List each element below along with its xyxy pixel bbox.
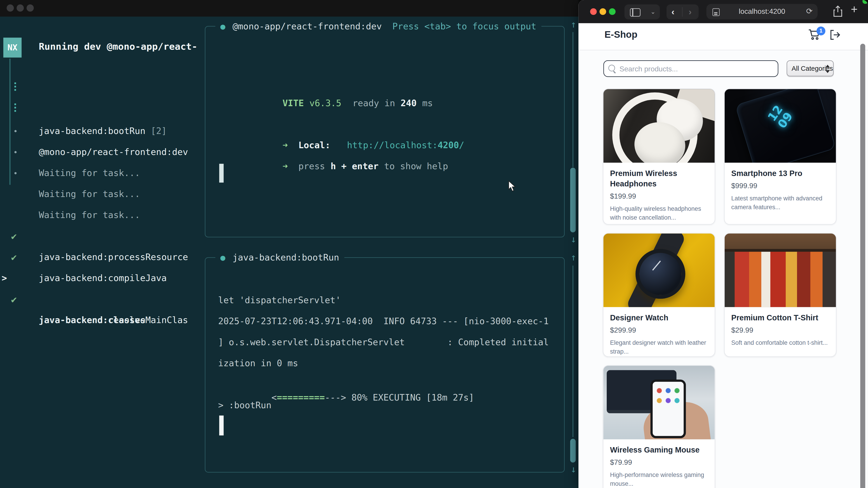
scrollbar-track[interactable]	[572, 266, 574, 437]
help-hint-line: ➜pressh + enterto show help	[229, 147, 448, 160]
product-info: Wireless Gaming Mouse$79.99High-performa…	[603, 439, 715, 488]
scrollbar-track[interactable]	[572, 32, 574, 167]
gradle-progress-line: <=========---> 80% EXECUTING [18m 27s]	[218, 378, 474, 391]
task-status-dot-icon: ●	[220, 20, 225, 34]
check-icon: ✔	[11, 289, 17, 310]
task-status-dot-icon: ●	[220, 251, 225, 265]
task-row: Waiting for task...	[0, 121, 43, 142]
task-row: ✔ java-backend:resolveMainClas	[0, 268, 43, 289]
product-grid: Premium Wireless Headphones$199.99High-q…	[603, 89, 836, 488]
minimize-icon[interactable]	[17, 4, 24, 12]
task-name: Waiting for task...	[39, 205, 140, 226]
product-image	[603, 233, 715, 307]
task-name: java-backend:resolveMainClas	[39, 310, 188, 331]
select-stepper-icon	[825, 65, 830, 73]
pane-title: java-backend:bootRun	[232, 251, 339, 265]
scroll-up-icon[interactable]: ↑	[568, 251, 579, 263]
chevron-down-icon: ⌄	[651, 9, 655, 14]
waiting-marker-icon	[14, 172, 17, 174]
product-info: Smartphone 13 Pro$999.99Latest smartphon…	[725, 163, 836, 217]
browser-window[interactable]: ⌄ ‹ › localhost:4200 ⟳ +	[579, 0, 868, 488]
search-row: All Categories	[579, 50, 868, 83]
share-icon[interactable]	[833, 5, 843, 17]
scrollbar-thumb[interactable]	[570, 439, 576, 462]
product-image-shape	[725, 252, 836, 307]
pane-header: ● java-backend:bootRun	[215, 251, 344, 265]
product-card[interactable]: Premium Cotton T-Shirt$29.99Soft and com…	[724, 233, 836, 357]
product-card[interactable]: 12 09Smartphone 13 Pro$999.99Latest smar…	[724, 89, 836, 225]
task-row: > ✔ java-backend:classes	[0, 247, 43, 268]
scroll-up-icon[interactable]: ↑	[568, 18, 579, 31]
category-select[interactable]: All Categories	[786, 60, 834, 76]
product-price: $79.99	[610, 458, 708, 466]
running-marker-icon	[14, 107, 16, 108]
terminal-cursor	[219, 164, 224, 183]
local-url-line: ➜Local:http://localhost:4200/	[229, 126, 464, 139]
shop-header: E-Shop 1	[579, 23, 868, 51]
pane-hint: Press <tab> to focus output	[393, 20, 536, 34]
product-info: Designer Watch$299.99Elegant designer wa…	[603, 307, 715, 357]
product-price: $199.99	[610, 192, 708, 200]
nav-buttons: ‹ ›	[666, 4, 699, 20]
product-name: Wireless Gaming Mouse	[610, 445, 708, 455]
product-description: High-quality wireless headphones with no…	[610, 204, 708, 222]
close-icon[interactable]	[6, 4, 14, 12]
product-image-shape	[725, 233, 836, 250]
task-row: ✔ java-backend:compileJava	[0, 226, 43, 247]
sidebar-button[interactable]: ⌄	[624, 4, 660, 20]
minimize-button[interactable]	[599, 8, 606, 15]
task-name: @mono-app/react-frontend:dev	[39, 147, 188, 157]
close-button[interactable]	[590, 8, 597, 15]
scrollbar-thumb[interactable]	[570, 168, 576, 232]
address-bar[interactable]: localhost:4200 ⟳	[706, 4, 817, 20]
screen: NX Running dev @mono-app/react- java-bac…	[0, 0, 868, 488]
logout-button[interactable]	[829, 29, 841, 41]
product-image-shape	[725, 249, 836, 252]
task-name: java-backend:processResource	[39, 247, 188, 268]
output-pane-bootrun[interactable]: ● java-backend:bootRun let 'dispatcherSe…	[205, 257, 565, 473]
terminal-titlebar	[0, 0, 579, 17]
forward-button[interactable]: ›	[689, 4, 692, 20]
product-price: $999.99	[731, 182, 829, 190]
product-card[interactable]: Designer Watch$299.99Elegant designer wa…	[603, 233, 715, 357]
task-row: @mono-app/react-frontend:dev	[0, 100, 43, 121]
terminal-run-title: Running dev @mono-app/react-	[39, 41, 197, 52]
new-tab-button[interactable]: +	[851, 3, 858, 16]
back-button[interactable]: ‹	[672, 4, 675, 20]
product-card[interactable]: Wireless Gaming Mouse$79.99High-performa…	[603, 365, 715, 488]
product-name: Smartphone 13 Pro	[731, 168, 829, 178]
pane-header: ● @mono-app/react-frontend:dev Press <ta…	[215, 20, 541, 34]
terminal-window[interactable]: NX Running dev @mono-app/react- java-bac…	[0, 0, 579, 488]
task-label: java-backend:bootRun [2]	[39, 121, 166, 142]
waiting-marker-icon	[14, 151, 17, 153]
pane-title: @mono-app/react-frontend:dev	[232, 20, 382, 34]
task-row: Waiting for task...	[0, 142, 43, 163]
product-description: High-performance wireless gaming mouse..…	[610, 470, 708, 488]
task-name: Waiting for task...	[39, 184, 140, 205]
product-image	[603, 89, 715, 163]
product-name: Premium Wireless Headphones	[610, 168, 708, 189]
log-line: ization in 0 ms	[218, 357, 298, 370]
fullscreen-button[interactable]	[609, 8, 616, 15]
log-line: 2025-07-23T12:06:43.971-04:00 INFO 64733…	[218, 315, 549, 328]
search-input[interactable]	[603, 60, 778, 77]
log-line: ] o.s.web.servlet.DispatcherServlet : Co…	[218, 336, 549, 349]
page-title: E-Shop	[604, 29, 638, 40]
product-image: 12 09	[725, 89, 836, 163]
product-card[interactable]: Premium Wireless Headphones$199.99High-q…	[603, 89, 715, 225]
nx-logo: NX	[3, 38, 22, 58]
product-description: Elegant designer watch with leather stra…	[610, 338, 708, 356]
scroll-down-icon[interactable]: ↓	[568, 233, 579, 245]
product-description: Soft and comfortable cotton t-shirt...	[731, 338, 829, 347]
zoom-icon[interactable]	[27, 4, 34, 12]
reload-icon[interactable]: ⟳	[806, 6, 813, 15]
product-image-shape	[636, 249, 685, 299]
url-text: localhost:4200	[706, 4, 817, 20]
logout-icon	[829, 29, 841, 41]
page-scrollbar[interactable]	[860, 43, 865, 488]
cart-button[interactable]: 1	[808, 28, 825, 45]
product-price: $29.99	[731, 326, 829, 334]
output-pane-frontend[interactable]: ● @mono-app/react-frontend:dev Press <ta…	[205, 26, 565, 237]
scroll-down-icon[interactable]: ↓	[568, 463, 579, 475]
log-line: > :bootRun	[218, 399, 272, 412]
